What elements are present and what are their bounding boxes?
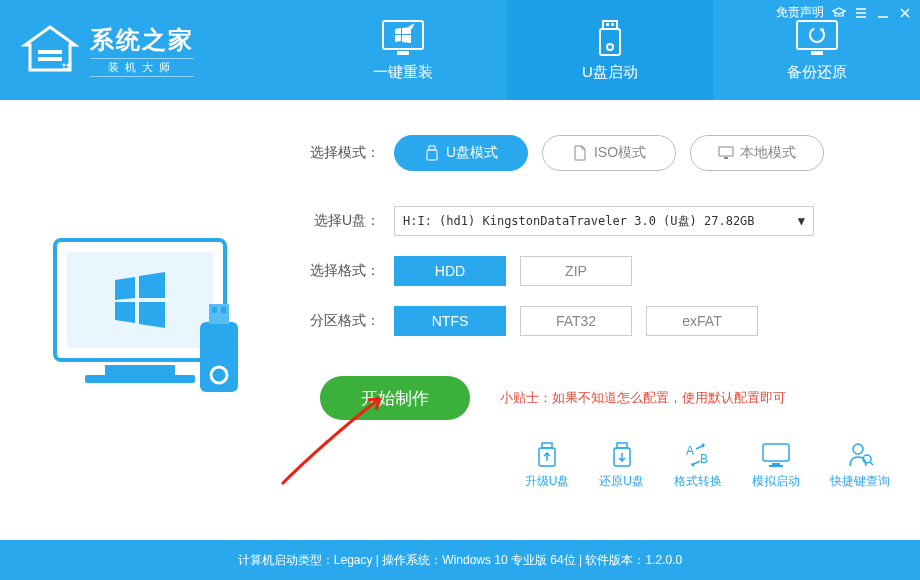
svg-rect-22: [212, 307, 217, 313]
svg-rect-27: [719, 147, 733, 156]
tip-text: 小贴士：如果不知道怎么配置，使用默认配置即可: [500, 389, 786, 407]
monitor-windows-icon: [381, 19, 425, 57]
tool-restore-usb[interactable]: 还原U盘: [599, 441, 644, 490]
chevron-down-icon: ▼: [798, 214, 805, 228]
svg-point-12: [607, 44, 613, 50]
svg-rect-35: [763, 444, 789, 461]
tab-label: 一键重装: [373, 63, 433, 82]
usb-small-icon: [424, 145, 440, 161]
svg-point-5: [67, 68, 70, 71]
tab-usb-boot[interactable]: U盘启动: [507, 0, 714, 100]
usb-select-value: H:I: (hd1) KingstonDataTraveler 3.0 (U盘)…: [403, 213, 755, 230]
svg-rect-8: [603, 21, 617, 29]
tool-hotkey-lookup[interactable]: 快捷键查询: [830, 441, 890, 490]
tool-simulate-boot[interactable]: 模拟启动: [752, 441, 800, 490]
header: 系统之家 装机大师 一键重装 U盘启动 备份还原 免责声明: [0, 0, 920, 100]
svg-rect-17: [67, 252, 213, 348]
svg-rect-11: [600, 29, 620, 55]
svg-rect-0: [38, 50, 62, 54]
tab-label: 备份还原: [787, 63, 847, 82]
tab-reinstall[interactable]: 一键重装: [300, 0, 507, 100]
monitor-refresh-icon: [795, 19, 839, 57]
disclaimer-link[interactable]: 免责声明: [776, 4, 824, 21]
svg-point-3: [67, 64, 70, 67]
mode-usb-button[interactable]: U盘模式: [394, 135, 528, 171]
usb-up-icon: [531, 441, 563, 469]
convert-ab-icon: AB: [682, 441, 714, 469]
minimize-icon[interactable]: [876, 6, 890, 20]
partition-label: 分区格式：: [300, 312, 380, 330]
format-hdd-button[interactable]: HDD: [394, 256, 506, 286]
usb-select-dropdown[interactable]: H:I: (hd1) KingstonDataTraveler 3.0 (U盘)…: [394, 206, 814, 236]
svg-rect-23: [221, 307, 226, 313]
format-label: 选择格式：: [300, 262, 380, 280]
status-text: 计算机启动类型：Legacy | 操作系统：Windows 10 专业版 64位…: [238, 552, 682, 569]
status-bar: 计算机启动类型：Legacy | 操作系统：Windows 10 专业版 64位…: [0, 540, 920, 580]
format-zip-button[interactable]: ZIP: [520, 256, 632, 286]
svg-rect-25: [429, 146, 435, 150]
close-icon[interactable]: [898, 6, 912, 20]
tool-upgrade-usb[interactable]: 升级U盘: [525, 441, 570, 490]
config-panel: 选择模式： U盘模式 ISO模式 本地模式 选择U盘： H:I: (hd1) K…: [300, 100, 920, 540]
svg-rect-28: [724, 157, 728, 159]
svg-rect-18: [105, 365, 175, 375]
file-icon: [572, 145, 588, 161]
logo-area: 系统之家 装机大师: [0, 0, 300, 100]
mode-iso-button[interactable]: ISO模式: [542, 135, 676, 171]
window-controls: 免责声明: [776, 4, 912, 21]
usb-drive-icon: [588, 19, 632, 57]
svg-rect-1: [38, 57, 62, 61]
svg-rect-7: [397, 51, 409, 55]
tool-format-convert[interactable]: AB 格式转换: [674, 441, 722, 490]
svg-point-15: [810, 28, 824, 42]
svg-rect-10: [611, 23, 614, 26]
svg-rect-36: [772, 463, 780, 465]
svg-rect-14: [811, 51, 823, 55]
svg-text:B: B: [700, 452, 708, 466]
person-search-icon: [844, 441, 876, 469]
usb-select-label: 选择U盘：: [300, 212, 380, 230]
svg-point-4: [63, 68, 66, 71]
menu-icon[interactable]: [854, 6, 868, 20]
svg-rect-26: [427, 150, 437, 160]
house-logo-icon: [20, 25, 80, 75]
svg-point-38: [853, 444, 863, 454]
usb-down-icon: [606, 441, 638, 469]
monitor-small-icon: [718, 145, 734, 161]
illustration: [0, 100, 300, 540]
mode-label: 选择模式：: [300, 144, 380, 162]
svg-rect-37: [769, 465, 783, 467]
svg-text:A: A: [686, 444, 694, 458]
logo-subtitle: 装机大师: [90, 58, 194, 77]
graduation-icon[interactable]: [832, 6, 846, 20]
bottom-tools: 升级U盘 还原U盘 AB 格式转换 模拟启动 快捷键查询: [525, 441, 890, 490]
svg-rect-13: [797, 21, 837, 49]
monitor-icon: [760, 441, 792, 469]
tab-label: U盘启动: [582, 63, 638, 82]
logo-title: 系统之家: [90, 24, 194, 56]
partition-exfat-button[interactable]: exFAT: [646, 306, 758, 336]
svg-rect-19: [85, 375, 195, 383]
partition-fat32-button[interactable]: FAT32: [520, 306, 632, 336]
start-create-button[interactable]: 开始制作: [320, 376, 470, 420]
mode-local-button[interactable]: 本地模式: [690, 135, 824, 171]
svg-point-2: [63, 64, 66, 67]
svg-rect-9: [606, 23, 609, 26]
partition-ntfs-button[interactable]: NTFS: [394, 306, 506, 336]
